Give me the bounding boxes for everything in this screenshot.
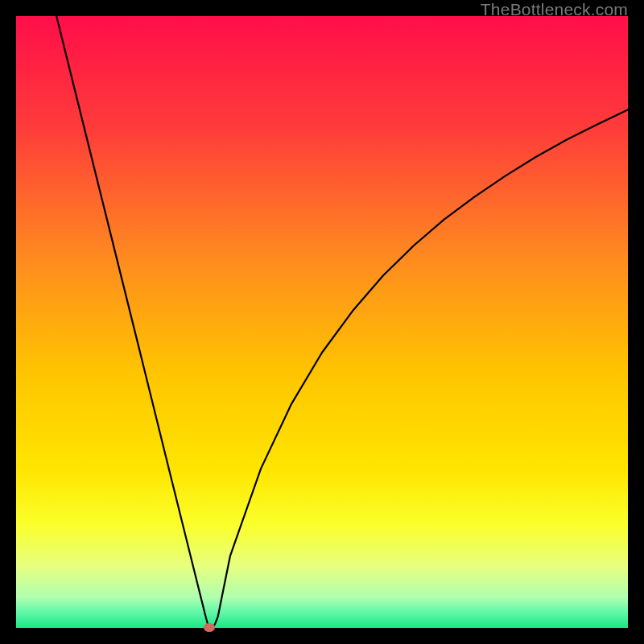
optimal-point-marker bbox=[204, 623, 215, 632]
svg-rect-0 bbox=[16, 16, 628, 628]
chart-background bbox=[16, 16, 628, 628]
chart-frame bbox=[16, 16, 628, 628]
watermark-text: TheBottleneck.com bbox=[481, 0, 628, 19]
